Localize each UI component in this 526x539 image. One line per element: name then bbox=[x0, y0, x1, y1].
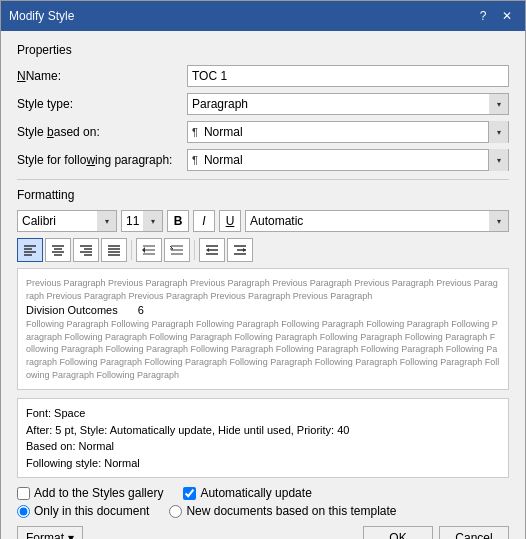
align-left-button[interactable] bbox=[17, 238, 43, 262]
preview-follow-text: Following Paragraph Following Paragraph … bbox=[26, 318, 500, 381]
style-based-label: Style based on: bbox=[17, 125, 187, 139]
font-select-wrapper: Calibri ▾ bbox=[17, 210, 117, 232]
preview-tab-num: 6 bbox=[138, 304, 144, 316]
divider1 bbox=[17, 179, 509, 180]
options-row1: Add to the Styles gallery Automatically … bbox=[17, 486, 509, 500]
description-font: Font: Space bbox=[26, 405, 500, 422]
auto-update-wrapper: Automatically update bbox=[183, 486, 311, 500]
svg-marker-27 bbox=[206, 248, 209, 252]
style-based-display[interactable]: ¶ Normal ▾ bbox=[187, 121, 509, 143]
name-input[interactable] bbox=[187, 65, 509, 87]
bold-button[interactable]: B bbox=[167, 210, 189, 232]
line-spacing-increase-button[interactable] bbox=[164, 238, 190, 262]
align-right-button[interactable] bbox=[73, 238, 99, 262]
align-row bbox=[17, 238, 509, 262]
add-gallery-checkbox[interactable] bbox=[17, 487, 30, 500]
title-bar-controls: ? ✕ bbox=[473, 6, 517, 26]
auto-update-label[interactable]: Automatically update bbox=[200, 486, 311, 500]
help-button[interactable]: ? bbox=[473, 6, 493, 26]
preview-sample-label: Division Outcomes bbox=[26, 304, 118, 316]
style-following-label: Style for following paragraph: bbox=[17, 153, 187, 167]
style-type-row: Style type: Paragraph ▾ bbox=[17, 93, 509, 115]
style-following-icon: ¶ bbox=[188, 154, 202, 166]
style-type-select[interactable]: Paragraph bbox=[187, 93, 509, 115]
ok-cancel-row: OK Cancel bbox=[363, 526, 509, 539]
cancel-button[interactable]: Cancel bbox=[439, 526, 509, 539]
description-based: Based on: Normal bbox=[26, 438, 500, 455]
separator1 bbox=[131, 240, 132, 260]
style-following-value: Normal bbox=[202, 153, 488, 167]
properties-section: Properties NName: Style type: Paragraph … bbox=[17, 43, 509, 171]
description-after: After: 5 pt, Style: Automatically update… bbox=[26, 422, 500, 439]
formatting-label: Formatting bbox=[17, 188, 509, 202]
style-following-display[interactable]: ¶ Normal ▾ bbox=[187, 149, 509, 171]
add-gallery-wrapper: Add to the Styles gallery bbox=[17, 486, 163, 500]
add-gallery-label[interactable]: Add to the Styles gallery bbox=[34, 486, 163, 500]
new-documents-radio[interactable] bbox=[169, 505, 182, 518]
title-bar: Modify Style ? ✕ bbox=[1, 1, 525, 31]
color-select-wrapper: Automatic ▾ bbox=[245, 210, 509, 232]
name-label: NName: bbox=[17, 69, 187, 83]
description-following: Following style: Normal bbox=[26, 455, 500, 472]
auto-update-checkbox[interactable] bbox=[183, 487, 196, 500]
style-following-wrapper: ¶ Normal ▾ bbox=[187, 149, 509, 171]
name-row: NName: bbox=[17, 65, 509, 87]
font-select[interactable]: Calibri bbox=[17, 210, 117, 232]
only-document-radio[interactable] bbox=[17, 505, 30, 518]
modify-style-dialog: Modify Style ? ✕ Properties NName: Style… bbox=[0, 0, 526, 539]
svg-marker-31 bbox=[243, 248, 246, 252]
style-type-label: Style type: bbox=[17, 97, 187, 111]
only-document-wrapper: Only in this document bbox=[17, 504, 149, 518]
dialog-title: Modify Style bbox=[9, 9, 74, 23]
ok-button[interactable]: OK bbox=[363, 526, 433, 539]
only-document-label[interactable]: Only in this document bbox=[34, 504, 149, 518]
new-documents-wrapper: New documents based on this template bbox=[169, 504, 396, 518]
style-following-arrow: ▾ bbox=[488, 149, 508, 171]
preview-prev-text: Previous Paragraph Previous Paragraph Pr… bbox=[26, 277, 500, 302]
align-justify-button[interactable] bbox=[101, 238, 127, 262]
preview-box: Previous Paragraph Previous Paragraph Pr… bbox=[17, 268, 509, 390]
formatting-row1: Calibri ▾ 11 ▾ B I U bbox=[17, 210, 509, 232]
format-arrow: ▾ bbox=[68, 531, 74, 539]
formatting-section: Formatting Calibri ▾ 11 ▾ bbox=[17, 188, 509, 262]
format-button[interactable]: Format ▾ bbox=[17, 526, 83, 539]
size-select-wrapper: 11 ▾ bbox=[121, 210, 163, 232]
italic-button[interactable]: I bbox=[193, 210, 215, 232]
style-based-arrow: ▾ bbox=[488, 121, 508, 143]
options-row2: Only in this document New documents base… bbox=[17, 504, 509, 518]
dialog-content: Properties NName: Style type: Paragraph … bbox=[1, 31, 525, 539]
description-box: Font: Space After: 5 pt, Style: Automati… bbox=[17, 398, 509, 478]
svg-marker-19 bbox=[142, 247, 145, 253]
format-label: Format bbox=[26, 531, 64, 539]
properties-label: Properties bbox=[17, 43, 509, 57]
style-based-icon: ¶ bbox=[188, 126, 202, 138]
indent-increase-button[interactable] bbox=[227, 238, 253, 262]
style-based-value: Normal bbox=[202, 125, 488, 139]
line-spacing-decrease-button[interactable] bbox=[136, 238, 162, 262]
preview-sample-row: Division Outcomes 6 bbox=[26, 304, 500, 316]
align-center-button[interactable] bbox=[45, 238, 71, 262]
style-based-wrapper: ¶ Normal ▾ bbox=[187, 121, 509, 143]
style-based-row: Style based on: ¶ Normal ▾ bbox=[17, 121, 509, 143]
size-select[interactable]: 11 bbox=[121, 210, 163, 232]
style-type-wrapper: Paragraph ▾ bbox=[187, 93, 509, 115]
new-documents-label[interactable]: New documents based on this template bbox=[186, 504, 396, 518]
color-select[interactable]: Automatic bbox=[245, 210, 509, 232]
indent-decrease-button[interactable] bbox=[199, 238, 225, 262]
underline-button[interactable]: U bbox=[219, 210, 241, 232]
style-following-row: Style for following paragraph: ¶ Normal … bbox=[17, 149, 509, 171]
separator2 bbox=[194, 240, 195, 260]
close-button[interactable]: ✕ bbox=[497, 6, 517, 26]
bottom-row: Format ▾ OK Cancel bbox=[17, 526, 509, 539]
